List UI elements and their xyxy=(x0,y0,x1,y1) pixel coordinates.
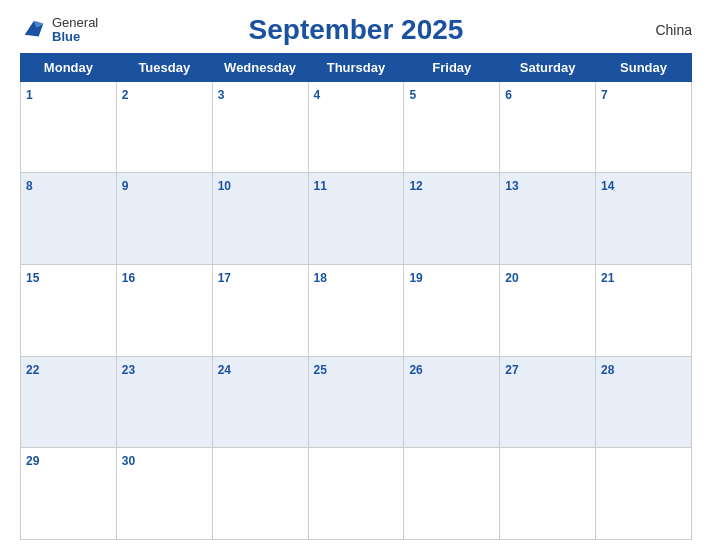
calendar-cell: 19 xyxy=(404,264,500,356)
day-number: 25 xyxy=(314,363,327,377)
calendar-cell xyxy=(212,448,308,540)
logo: General Blue xyxy=(20,16,98,45)
day-number: 7 xyxy=(601,88,608,102)
day-number: 5 xyxy=(409,88,416,102)
day-number: 3 xyxy=(218,88,225,102)
day-number: 6 xyxy=(505,88,512,102)
day-number: 2 xyxy=(122,88,129,102)
calendar-cell: 28 xyxy=(596,356,692,448)
day-number: 26 xyxy=(409,363,422,377)
day-number: 15 xyxy=(26,271,39,285)
calendar-cell: 12 xyxy=(404,173,500,265)
day-number: 13 xyxy=(505,179,518,193)
calendar-cell: 22 xyxy=(21,356,117,448)
calendar-cell: 15 xyxy=(21,264,117,356)
country-label: China xyxy=(655,22,692,38)
calendar-cell: 26 xyxy=(404,356,500,448)
day-number: 12 xyxy=(409,179,422,193)
day-number: 4 xyxy=(314,88,321,102)
weekday-header-saturday: Saturday xyxy=(500,53,596,81)
weekday-header-row: MondayTuesdayWednesdayThursdayFridaySatu… xyxy=(21,53,692,81)
day-number: 18 xyxy=(314,271,327,285)
weekday-header-tuesday: Tuesday xyxy=(116,53,212,81)
calendar-table: MondayTuesdayWednesdayThursdayFridaySatu… xyxy=(20,53,692,540)
calendar-cell xyxy=(308,448,404,540)
calendar-week-row: 15161718192021 xyxy=(21,264,692,356)
calendar-cell: 8 xyxy=(21,173,117,265)
day-number: 20 xyxy=(505,271,518,285)
day-number: 16 xyxy=(122,271,135,285)
calendar-cell: 2 xyxy=(116,81,212,173)
calendar-cell: 20 xyxy=(500,264,596,356)
logo-general-label: General xyxy=(52,16,98,30)
logo-text: General Blue xyxy=(52,16,98,45)
calendar-cell: 10 xyxy=(212,173,308,265)
weekday-header-wednesday: Wednesday xyxy=(212,53,308,81)
calendar-title: September 2025 xyxy=(249,14,464,46)
calendar-cell: 5 xyxy=(404,81,500,173)
calendar-week-row: 891011121314 xyxy=(21,173,692,265)
weekday-header-friday: Friday xyxy=(404,53,500,81)
day-number: 14 xyxy=(601,179,614,193)
day-number: 9 xyxy=(122,179,129,193)
calendar-cell: 13 xyxy=(500,173,596,265)
calendar-cell: 3 xyxy=(212,81,308,173)
day-number: 23 xyxy=(122,363,135,377)
day-number: 29 xyxy=(26,454,39,468)
calendar-cell: 30 xyxy=(116,448,212,540)
calendar-cell: 7 xyxy=(596,81,692,173)
calendar-week-row: 22232425262728 xyxy=(21,356,692,448)
day-number: 8 xyxy=(26,179,33,193)
calendar-cell: 1 xyxy=(21,81,117,173)
calendar-week-row: 2930 xyxy=(21,448,692,540)
calendar-cell xyxy=(500,448,596,540)
weekday-header-thursday: Thursday xyxy=(308,53,404,81)
day-number: 22 xyxy=(26,363,39,377)
day-number: 11 xyxy=(314,179,327,193)
calendar-cell: 25 xyxy=(308,356,404,448)
calendar-cell: 16 xyxy=(116,264,212,356)
calendar-header: General Blue September 2025 China xyxy=(20,10,692,53)
calendar-cell: 4 xyxy=(308,81,404,173)
day-number: 17 xyxy=(218,271,231,285)
day-number: 27 xyxy=(505,363,518,377)
logo-blue-label: Blue xyxy=(52,30,98,44)
calendar-cell: 6 xyxy=(500,81,596,173)
logo-bird-icon xyxy=(20,16,48,44)
day-number: 28 xyxy=(601,363,614,377)
calendar-cell: 23 xyxy=(116,356,212,448)
calendar-cell: 14 xyxy=(596,173,692,265)
weekday-header-monday: Monday xyxy=(21,53,117,81)
calendar-cell: 24 xyxy=(212,356,308,448)
calendar-cell xyxy=(404,448,500,540)
calendar-cell: 11 xyxy=(308,173,404,265)
calendar-cell: 18 xyxy=(308,264,404,356)
calendar-cell: 17 xyxy=(212,264,308,356)
day-number: 10 xyxy=(218,179,231,193)
calendar-cell: 27 xyxy=(500,356,596,448)
calendar-week-row: 1234567 xyxy=(21,81,692,173)
day-number: 21 xyxy=(601,271,614,285)
calendar-cell: 29 xyxy=(21,448,117,540)
calendar-cell xyxy=(596,448,692,540)
calendar-cell: 9 xyxy=(116,173,212,265)
day-number: 24 xyxy=(218,363,231,377)
calendar-cell: 21 xyxy=(596,264,692,356)
day-number: 19 xyxy=(409,271,422,285)
weekday-header-sunday: Sunday xyxy=(596,53,692,81)
day-number: 30 xyxy=(122,454,135,468)
day-number: 1 xyxy=(26,88,33,102)
